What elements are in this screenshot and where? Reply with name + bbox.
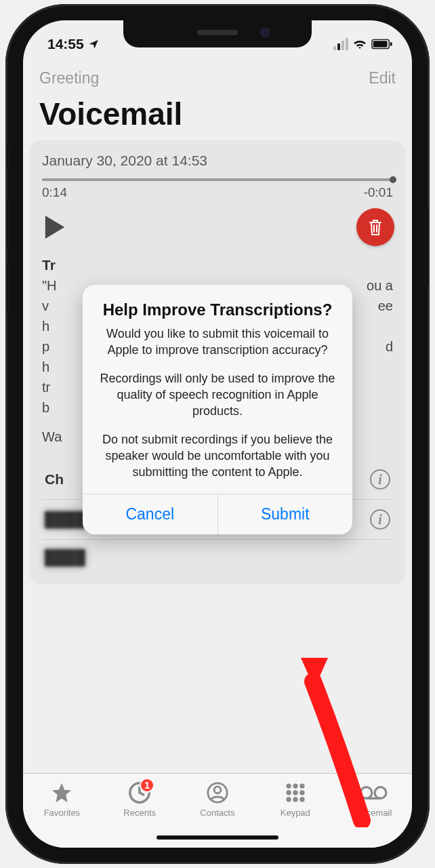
phone-side-button (424, 208, 428, 286)
battery-icon (371, 39, 393, 50)
submit-button[interactable]: Submit (218, 494, 353, 534)
phone-side-button (7, 197, 11, 248)
svg-rect-2 (390, 42, 392, 46)
cell-signal-icon (333, 38, 348, 50)
location-icon (88, 39, 99, 50)
svg-rect-1 (373, 41, 388, 47)
dialog-text: Recordings will only be used to improve … (96, 370, 339, 419)
wifi-icon (352, 39, 367, 50)
phone-side-button (7, 145, 11, 171)
dialog-text: Do not submit recordings if you believe … (96, 431, 339, 480)
dialog-title: Help Improve Transcriptions? (96, 300, 339, 320)
screen: 14:55 Greeting Edit Voicem (23, 20, 412, 848)
phone-side-button (7, 263, 11, 315)
home-indicator[interactable] (157, 835, 278, 840)
dialog-text: Would you like to submit this voicemail … (96, 326, 339, 358)
cancel-button[interactable]: Cancel (83, 494, 218, 534)
phone-frame: 14:55 Greeting Edit Voicem (5, 4, 430, 864)
notch (123, 20, 312, 47)
transcription-dialog: Help Improve Transcriptions? Would you l… (83, 285, 352, 534)
status-time: 14:55 (47, 36, 84, 52)
